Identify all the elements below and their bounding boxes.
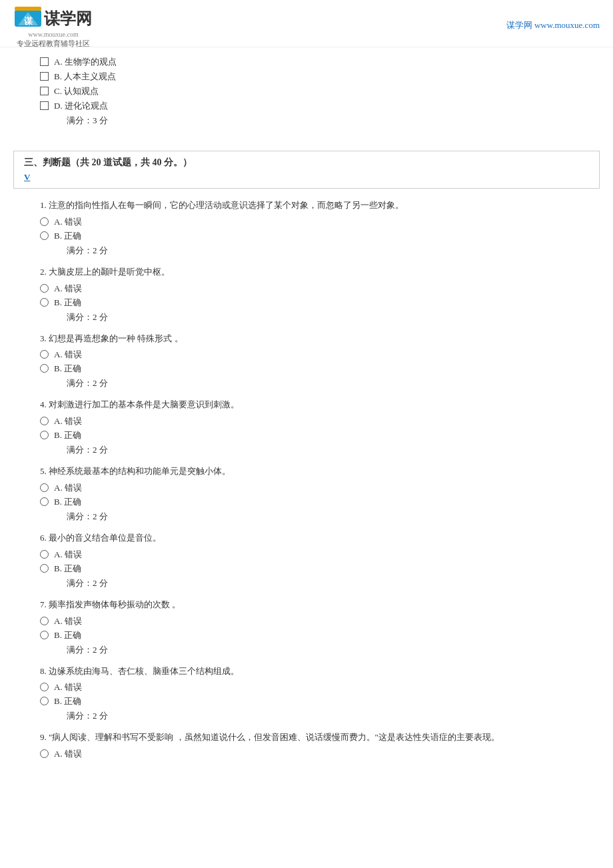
option-d-text: D. 进化论观点	[54, 100, 108, 112]
multiple-choice-options: A. 生物学的观点 B. 人本主义观点 C. 认知观点 D. 进化论观点 满分：…	[13, 56, 600, 127]
radio-q1-a[interactable]	[40, 217, 49, 226]
radio-q6-a[interactable]	[40, 550, 49, 559]
q7-option-b[interactable]: B. 正确	[13, 629, 600, 641]
q5-option-b[interactable]: B. 正确	[13, 496, 600, 508]
option-b[interactable]: B. 人本主义观点	[13, 71, 600, 83]
question-1: 1. 注意的指向性指人在每一瞬间，它的心理活动或意识选择了某个对象，而忽略了另一…	[13, 195, 600, 214]
q6-option-b[interactable]: B. 正确	[13, 563, 600, 575]
option-d[interactable]: D. 进化论观点	[13, 100, 600, 112]
section3-box: 三、判断题（共 20 道试题，共 40 分。） V	[13, 151, 600, 189]
q2-option-b-text: B. 正确	[54, 297, 81, 309]
logo-area: 谋 谋学网 www.mouxue.com 专业远程教育辅导社区	[13, 7, 93, 43]
question-7: 7. 频率指发声物体每秒振动的次数 。	[13, 595, 600, 613]
q3-option-b[interactable]: B. 正确	[13, 363, 600, 375]
checkbox-b[interactable]	[40, 72, 49, 81]
radio-q5-a[interactable]	[40, 483, 49, 492]
q1-option-a[interactable]: A. 错误	[13, 216, 600, 228]
option-c-text: C. 认知观点	[54, 85, 99, 97]
q1-option-b-text: B. 正确	[54, 230, 81, 242]
logo-tagline: 专业远程教育辅导社区	[17, 39, 90, 49]
radio-q9-a[interactable]	[40, 749, 49, 758]
q1-option-a-text: A. 错误	[54, 216, 82, 228]
q3-option-a[interactable]: A. 错误	[13, 349, 600, 361]
q6-option-a[interactable]: A. 错误	[13, 549, 600, 561]
radio-q3-b[interactable]	[40, 364, 49, 373]
q2-option-b[interactable]: B. 正确	[13, 297, 600, 309]
checkbox-c[interactable]	[40, 87, 49, 95]
q8-option-b[interactable]: B. 正确	[13, 695, 600, 707]
question-3: 3. 幻想是再造想象的一种 特殊形式 。	[13, 329, 600, 347]
logo-url: www.mouxue.com	[28, 31, 78, 38]
radio-q6-b[interactable]	[40, 564, 49, 573]
section3-title: 三、判断题（共 20 道试题，共 40 分。）	[24, 157, 589, 169]
q4-option-a-text: A. 错误	[54, 415, 82, 427]
question-9: 9. "病人阅读、理解和书写不受影响 ，虽然知道说什么，但发音困难、说话缓慢而费…	[13, 727, 600, 746]
option-b-text: B. 人本主义观点	[54, 71, 116, 83]
q2-option-a[interactable]: A. 错误	[13, 283, 600, 295]
q7-score: 满分：2 分	[13, 644, 600, 656]
radio-q2-a[interactable]	[40, 284, 49, 293]
radio-q8-b[interactable]	[40, 697, 49, 705]
logo: 谋 谋学网 www.mouxue.com 专业远程教育辅导社区	[13, 7, 93, 43]
q7-option-b-text: B. 正确	[54, 629, 81, 641]
svg-text:谋: 谋	[24, 16, 33, 26]
q3-option-b-text: B. 正确	[54, 363, 81, 375]
q9-option-a-text: A. 错误	[54, 748, 82, 760]
q2-option-a-text: A. 错误	[54, 283, 82, 295]
q4-score: 满分：2 分	[13, 444, 600, 456]
radio-q1-b[interactable]	[40, 231, 49, 240]
q6-score: 满分：2 分	[13, 577, 600, 589]
logo-icon: 谋	[15, 7, 41, 30]
option-a[interactable]: A. 生物学的观点	[13, 56, 600, 68]
q5-score: 满分：2 分	[13, 511, 600, 523]
question-5: 5. 神经系统最基本的结构和功能单元是突触小体。	[13, 461, 600, 480]
q6-option-b-text: B. 正确	[54, 563, 81, 575]
q6-option-a-text: A. 错误	[54, 549, 82, 561]
option-c[interactable]: C. 认知观点	[13, 85, 600, 97]
q4-option-a[interactable]: A. 错误	[13, 415, 600, 427]
q1-score: 满分：2 分	[13, 245, 600, 257]
radio-q8-a[interactable]	[40, 683, 49, 691]
q8-option-a-text: A. 错误	[54, 681, 82, 693]
checkbox-d[interactable]	[40, 101, 49, 110]
radio-q3-a[interactable]	[40, 350, 49, 359]
q8-option-a[interactable]: A. 错误	[13, 681, 600, 693]
radio-q5-b[interactable]	[40, 497, 49, 506]
question-4: 4. 对刺激进行加工的基本条件是大脑要意识到刺激。	[13, 395, 600, 413]
question-6: 6. 最小的音义结合单位是音位。	[13, 528, 600, 547]
q5-option-a-text: A. 错误	[54, 482, 82, 494]
q2-score: 满分：2 分	[13, 311, 600, 323]
page-header: 谋 谋学网 www.mouxue.com 专业远程教育辅导社区 谋学网 www.…	[0, 0, 613, 47]
checkbox-a[interactable]	[40, 57, 49, 66]
q3-option-a-text: A. 错误	[54, 349, 82, 361]
q4-option-b[interactable]: B. 正确	[13, 429, 600, 441]
q4-option-b-text: B. 正确	[54, 429, 81, 441]
radio-q4-b[interactable]	[40, 431, 49, 439]
logo-site-name: 谋学网	[44, 8, 92, 29]
radio-q4-a[interactable]	[40, 417, 49, 425]
q8-option-b-text: B. 正确	[54, 695, 81, 707]
question-8: 8. 边缘系统由海马、杏仁核、脑垂体三个结构组成。	[13, 661, 600, 680]
radio-q7-a[interactable]	[40, 617, 49, 625]
q7-option-a[interactable]: A. 错误	[13, 615, 600, 627]
q1-option-b[interactable]: B. 正确	[13, 230, 600, 242]
q-score: 满分：3 分	[13, 115, 600, 127]
q9-option-a[interactable]: A. 错误	[13, 748, 600, 760]
q7-option-a-text: A. 错误	[54, 615, 82, 627]
section3-subtitle: V	[24, 172, 589, 183]
question-2: 2. 大脑皮层上的颞叶是听觉中枢。	[13, 262, 600, 281]
page-content: A. 生物学的观点 B. 人本主义观点 C. 认知观点 D. 进化论观点 满分：…	[0, 47, 613, 765]
q5-option-b-text: B. 正确	[54, 496, 81, 508]
q3-score: 满分：2 分	[13, 377, 600, 389]
q8-score: 满分：2 分	[13, 710, 600, 722]
radio-q7-b[interactable]	[40, 631, 49, 639]
radio-q2-b[interactable]	[40, 298, 49, 307]
svg-rect-3	[15, 7, 41, 11]
q5-option-a[interactable]: A. 错误	[13, 482, 600, 494]
header-site-link[interactable]: 谋学网 www.mouxue.com	[506, 19, 600, 31]
option-a-text: A. 生物学的观点	[54, 56, 117, 68]
